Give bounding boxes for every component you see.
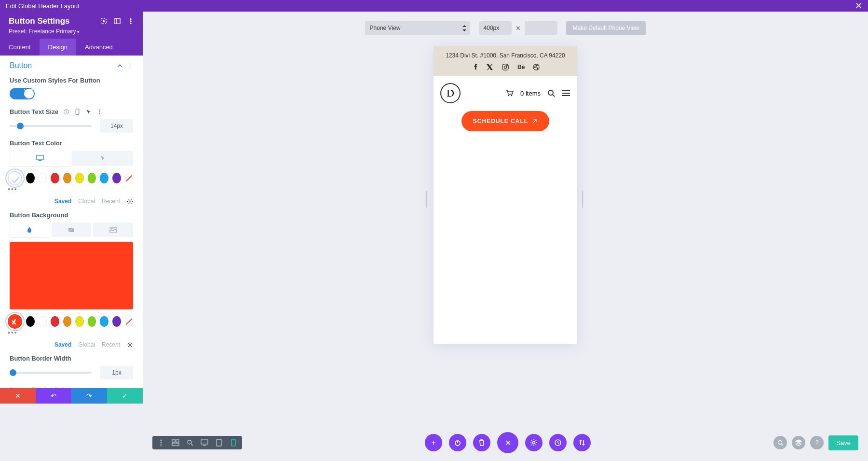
settings-button[interactable]	[525, 434, 542, 451]
device-desktop[interactable]	[10, 151, 70, 166]
help-icon[interactable]: ?	[63, 109, 69, 115]
swatch-bg-black[interactable]	[26, 316, 35, 327]
cancel-button[interactable]: ✕	[0, 388, 36, 404]
swatch-red[interactable]	[51, 173, 59, 183]
add-button[interactable]: ＋	[425, 434, 442, 451]
device-hover[interactable]	[72, 151, 133, 166]
svg-point-35	[161, 442, 162, 444]
swatch-bg-current[interactable]	[8, 314, 22, 329]
label-border-width: Button Border Width	[10, 355, 133, 362]
history-button[interactable]	[549, 434, 567, 451]
swatch-bg-blue[interactable]	[100, 316, 108, 327]
instagram-icon[interactable]	[502, 64, 509, 70]
cart-icon[interactable]	[506, 90, 514, 97]
swatch-bg-none[interactable]	[125, 316, 134, 327]
x-icon[interactable]	[487, 64, 493, 70]
swatch-bg-green[interactable]	[88, 316, 96, 327]
cart-count: 0 items	[520, 90, 541, 97]
toggle-custom-styles[interactable]: YES	[10, 88, 35, 99]
resize-left[interactable]	[426, 191, 429, 208]
svg-point-36	[161, 445, 162, 446]
power-button[interactable]	[449, 434, 466, 451]
swatch-tab-global[interactable]: Global	[78, 198, 95, 205]
swatch-bg-tab-global[interactable]: Global	[78, 341, 95, 348]
swatch-orange[interactable]	[63, 173, 72, 183]
dribbble-icon[interactable]	[533, 64, 540, 70]
behance-icon[interactable]: Bē	[517, 64, 524, 70]
search-icon[interactable]	[547, 89, 555, 97]
preset-dropdown[interactable]: Preset: Freelance Primary	[9, 28, 134, 35]
swatch-current[interactable]	[8, 171, 22, 185]
tab-content[interactable]: Content	[0, 39, 40, 56]
undo-button[interactable]: ↶	[36, 388, 71, 404]
svg-point-14	[99, 111, 100, 112]
facebook-icon[interactable]	[471, 64, 478, 70]
trash-button[interactable]	[473, 434, 490, 451]
zoom-icon[interactable]	[773, 436, 787, 449]
tablet-icon[interactable]	[74, 109, 81, 115]
schedule-call-button[interactable]: SCHEDULE CALL	[461, 111, 549, 131]
bb-tablet-icon[interactable]	[215, 439, 223, 447]
swatch-gear-icon[interactable]	[127, 198, 133, 205]
bb-phone-icon[interactable]	[230, 439, 237, 447]
slider-border-width[interactable]	[10, 372, 92, 374]
swatch-bg-yellow[interactable]	[75, 316, 84, 327]
swatch-tab-saved[interactable]: Saved	[54, 198, 71, 205]
swatch-green[interactable]	[88, 173, 96, 183]
swatch-bg-tab-saved[interactable]: Saved	[54, 341, 71, 348]
more-icon[interactable]	[127, 18, 134, 25]
bb-more-icon[interactable]	[157, 439, 165, 447]
tab-advanced[interactable]: Advanced	[76, 39, 122, 56]
swatch-bg-purple[interactable]	[112, 316, 121, 327]
swatch-bg-red[interactable]	[51, 316, 59, 327]
label-text-color: Button Text Color	[10, 140, 133, 147]
swatch-none[interactable]	[125, 173, 134, 183]
redo-button[interactable]: ↷	[71, 388, 107, 404]
bg-tab-gradient[interactable]	[52, 223, 92, 237]
section-more-icon[interactable]	[127, 63, 133, 69]
swatch-white[interactable]	[39, 173, 47, 183]
close-button[interactable]: ✕	[497, 432, 518, 453]
menu-icon[interactable]	[562, 90, 570, 97]
field-more-icon[interactable]	[96, 109, 103, 115]
swatch-yellow[interactable]	[75, 173, 84, 183]
make-default-button[interactable]: Make Default Phone View	[566, 21, 646, 35]
layers-icon[interactable]	[792, 436, 805, 449]
section-button[interactable]: Button	[10, 61, 32, 70]
confirm-button[interactable]: ✓	[107, 388, 143, 404]
width-input[interactable]: 400px	[479, 21, 512, 35]
focus-icon[interactable]	[100, 18, 107, 25]
logo[interactable]: D	[440, 83, 461, 103]
resize-right[interactable]	[582, 191, 585, 208]
close-icon[interactable]: ✕	[855, 0, 862, 11]
bb-desktop-icon[interactable]	[201, 439, 208, 447]
view-select[interactable]: Phone View	[365, 21, 470, 35]
help-icon[interactable]: ?	[810, 436, 824, 449]
chevron-up-icon[interactable]	[117, 63, 123, 69]
swatch-bg-tab-recent[interactable]: Recent	[102, 341, 120, 348]
save-button[interactable]: Save	[828, 435, 858, 450]
swatch-bg-more-icon[interactable]: •••	[8, 329, 133, 336]
value-border-width[interactable]: 1px	[100, 366, 133, 379]
svg-point-25	[507, 65, 507, 66]
bg-tab-color[interactable]	[10, 223, 50, 237]
bb-wireframe-icon[interactable]	[172, 439, 179, 447]
bg-tab-image[interactable]	[93, 223, 133, 237]
swatch-purple[interactable]	[112, 173, 121, 183]
tab-design[interactable]: Design	[40, 39, 76, 56]
swatch-bg-gear-icon[interactable]	[127, 342, 133, 348]
swatch-bg-orange[interactable]	[63, 316, 72, 327]
swatch-more-icon[interactable]: •••	[8, 185, 133, 193]
bb-zoom-icon[interactable]	[186, 439, 194, 447]
swatch-blue[interactable]	[100, 173, 108, 183]
height-input[interactable]	[525, 21, 557, 35]
expand-button[interactable]	[573, 434, 591, 451]
value-text-size[interactable]: 14px	[100, 119, 133, 133]
panel-icon[interactable]	[114, 18, 121, 25]
hover-icon[interactable]	[85, 109, 92, 115]
swatch-tab-recent[interactable]: Recent	[102, 198, 120, 205]
swatch-black[interactable]	[26, 173, 35, 183]
swatch-bg-white[interactable]	[39, 316, 47, 327]
bg-color-preview[interactable]	[10, 242, 133, 309]
slider-text-size[interactable]	[10, 125, 92, 127]
